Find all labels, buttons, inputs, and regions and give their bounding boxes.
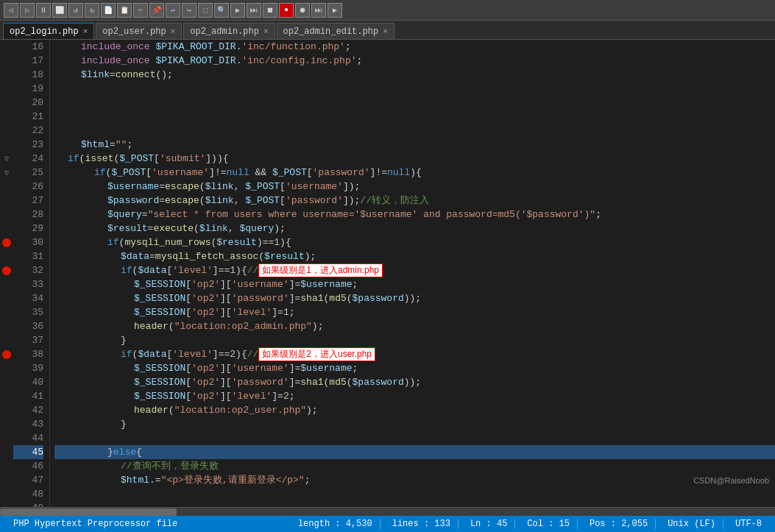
ln-47: 47 [13, 473, 43, 487]
gutter-42 [0, 403, 13, 417]
toolbar-btn-4[interactable]: ⬜ [52, 3, 67, 18]
toolbar-btn-8[interactable]: 📋 [117, 3, 132, 18]
ln-29: 29 [13, 221, 43, 235]
code-content[interactable]: include_once $PIKA_ROOT_DIR.'inc/functio… [50, 40, 775, 507]
annotation-level1: 如果级别是1，进入admin.php [258, 263, 383, 277]
gutter-20 [0, 96, 13, 110]
status-left: PHP Hypertext Preprocessor file [6, 519, 185, 529]
code-line-25: if($_POST['username']!=null && $_POST['p… [54, 166, 775, 180]
status-file-type: PHP Hypertext Preprocessor file [6, 519, 185, 529]
code-line-31: $data=mysqli_fetch_assoc($result); [54, 249, 775, 263]
code-line-47: $html.="<p>登录失败,请重新登录</p>"; [54, 473, 775, 487]
ln-31: 31 [13, 249, 43, 263]
gutter-46 [0, 459, 13, 473]
code-line-23: $html=""; [54, 138, 775, 152]
h-scrollbar[interactable] [0, 507, 775, 516]
gutter-32 [0, 263, 13, 277]
toolbar-btn-14[interactable]: 🔍 [214, 3, 229, 18]
gutter-19 [0, 82, 13, 96]
editor-container: ▽ ▽ 16 17 1 [0, 40, 775, 507]
breakpoint-38[interactable] [2, 350, 11, 359]
toolbar-btn-19[interactable]: ⏺ [295, 3, 310, 18]
gutter-23 [0, 138, 13, 152]
ln-37: 37 [13, 333, 43, 347]
gutter-30 [0, 235, 13, 249]
code-line-28: $query="select * from users where userna… [54, 208, 775, 221]
toolbar-btn-17[interactable]: ⏹ [263, 3, 277, 18]
tab-label: op2_login.php [10, 26, 79, 37]
fold-arrow-25[interactable]: ▽ [2, 169, 11, 177]
toolbar-btn-15[interactable]: ▶ [230, 3, 245, 18]
code-line-49 [54, 501, 775, 507]
gutter-49 [0, 501, 13, 507]
tab-close-icon[interactable]: × [383, 27, 388, 36]
gutter-25: ▽ [0, 166, 13, 180]
code-line-36: header("location:op2_admin.php"); [54, 319, 775, 333]
status-bar: PHP Hypertext Preprocessor file length :… [0, 516, 775, 532]
tab-close-icon[interactable]: × [171, 27, 176, 36]
ln-32: 32 [13, 263, 43, 277]
toolbar-btn-7[interactable]: 📄 [101, 3, 116, 18]
code-line-33: $_SESSION['op2']['username']=$username; [54, 277, 775, 291]
fold-arrow-24[interactable]: ▽ [2, 155, 11, 163]
toolbar-btn-1[interactable]: ◁ [4, 3, 18, 18]
gutter-27 [0, 194, 13, 208]
code-line-29: $result=execute($link, $query); [54, 221, 775, 235]
code-line-26: $username=escape($link, $_POST['username… [54, 180, 775, 194]
status-pos: Pos : 2,055 [582, 519, 656, 529]
tab-op2-admin[interactable]: op2_admin.php × [183, 23, 275, 39]
code-line-20 [54, 96, 775, 110]
code-line-45: }else{ [54, 445, 775, 459]
tab-op2-admin-edit[interactable]: op2_admin_edit.php × [277, 23, 394, 39]
code-line-39: $_SESSION['op2']['username']=$username; [54, 361, 775, 375]
breakpoint-32[interactable] [2, 266, 11, 275]
watermark: CSDN@RaisedNoob [693, 476, 769, 485]
ln-25: 25 [13, 166, 43, 180]
toolbar-btn-9[interactable]: ✂ [133, 3, 148, 18]
tab-op2-user[interactable]: op2_user.php × [96, 23, 182, 39]
tab-close-icon[interactable]: × [263, 27, 269, 36]
tab-op2-login[interactable]: op2_login.php × [3, 23, 94, 39]
code-line-19 [54, 82, 775, 96]
gutter-36 [0, 319, 13, 333]
tab-close-icon[interactable]: × [83, 27, 88, 36]
toolbar-btn-21[interactable]: ▶ [328, 3, 342, 18]
code-line-24: if(isset($_POST['submit'])){ [54, 152, 775, 166]
toolbar-btn-10[interactable]: 📌 [149, 3, 164, 18]
code-line-35: $_SESSION['op2']['level']=1; [54, 305, 775, 319]
gutter-31 [0, 249, 13, 263]
code-line-30: if(mysqli_num_rows($result)==1){ [54, 235, 775, 249]
toolbar-btn-2[interactable]: ▷ [20, 3, 35, 18]
toolbar-btn-16[interactable]: ⏭ [247, 3, 261, 18]
gutter-28 [0, 208, 13, 221]
code-line-43: } [54, 417, 775, 431]
breakpoint-30[interactable] [2, 238, 11, 247]
ln-44: 44 [13, 431, 43, 445]
tab-label: op2_user.php [102, 26, 166, 37]
toolbar-btn-13[interactable]: ⬚ [198, 3, 213, 18]
code-line-17: include_once $PIKA_ROOT_DIR.'inc/config.… [54, 54, 775, 68]
toolbar-btn-11[interactable]: ↩ [166, 3, 180, 18]
ln-39: 39 [13, 361, 43, 375]
gutter-44 [0, 431, 13, 445]
code-line-48 [54, 487, 775, 501]
gutter-35 [0, 305, 13, 319]
toolbar-btn-20[interactable]: ⏭ [311, 3, 326, 18]
gutter-24: ▽ [0, 152, 13, 166]
ln-45: 45 [13, 445, 43, 459]
code-line-42: header("location:op2_user.php"); [54, 403, 775, 417]
toolbar-btn-5[interactable]: ↺ [68, 3, 83, 18]
toolbar-btn-12[interactable]: ↪ [182, 3, 197, 18]
status-charset: UTF-8 [728, 519, 769, 529]
toolbar-btn-3[interactable]: ⏸ [36, 3, 51, 18]
ln-34: 34 [13, 291, 43, 305]
gutter: ▽ ▽ [0, 40, 13, 507]
ln-17: 17 [13, 54, 43, 68]
h-scrollbar-thumb[interactable] [0, 508, 177, 516]
status-right: length : 4,530 lines : 133 Ln : 45 Col :… [291, 519, 769, 529]
toolbar-btn-6[interactable]: ↻ [85, 3, 99, 18]
code-line-37: } [54, 333, 775, 347]
code-line-34: $_SESSION['op2']['password']=sha1(md5($p… [54, 291, 775, 305]
toolbar-btn-18[interactable]: ● [279, 3, 294, 18]
gutter-34 [0, 291, 13, 305]
